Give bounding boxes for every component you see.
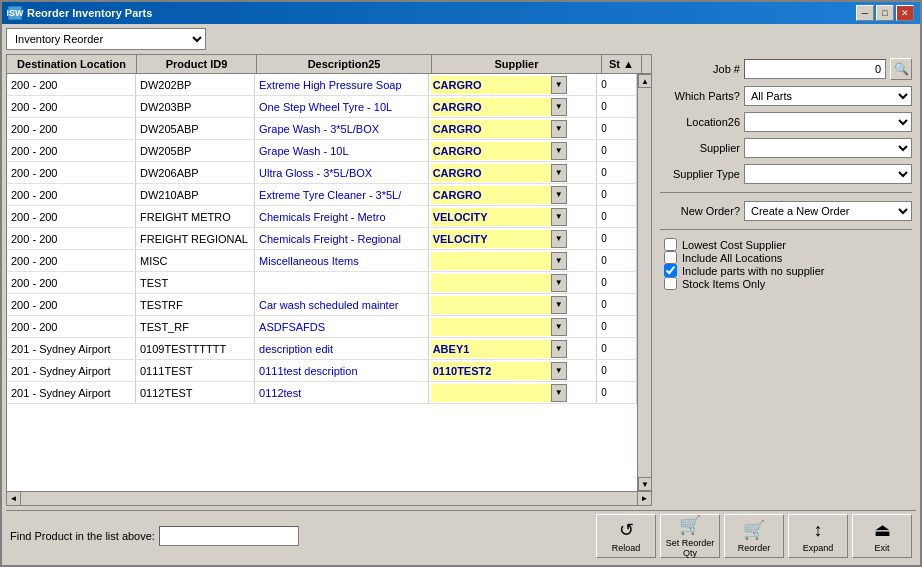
cell-supp[interactable]: ▼ — [429, 316, 598, 337]
supplier-dropdown-btn[interactable]: ▼ — [551, 142, 567, 160]
location-label: Location26 — [660, 116, 740, 128]
cell-desc: Extreme High Pressure Soap — [255, 74, 429, 95]
checkbox-row: Lowest Cost Supplier — [660, 238, 912, 251]
cell-desc — [255, 272, 429, 293]
cell-st: 0 — [597, 118, 637, 139]
checkbox-cb1[interactable] — [664, 238, 677, 251]
vertical-scrollbar[interactable]: ▲ ▼ — [637, 74, 651, 491]
table-row: 201 - Sydney Airport0109TESTTTTTTdescrip… — [7, 338, 637, 360]
supplier-input[interactable] — [431, 164, 551, 182]
supplier-dropdown-btn[interactable]: ▼ — [551, 230, 567, 248]
checkbox-label-cb2: Include All Locations — [682, 252, 782, 264]
supplier-dropdown-btn[interactable]: ▼ — [551, 164, 567, 182]
inventory-type-dropdown[interactable]: Inventory Reorder — [6, 28, 206, 50]
table-row: 200 - 200DW206ABPUltra Gloss - 3*5L/BOX▼… — [7, 162, 637, 184]
expand-label: Expand — [803, 543, 834, 553]
job-field-row: Job # 🔍 — [660, 58, 912, 80]
expand-button[interactable]: ↕ Expand — [788, 514, 848, 558]
close-button[interactable]: ✕ — [896, 5, 914, 21]
supplier-input[interactable] — [431, 76, 551, 94]
supplier-dropdown-btn[interactable]: ▼ — [551, 208, 567, 226]
supplier-dropdown[interactable] — [744, 138, 912, 158]
cell-desc: ASDFSAFDS — [255, 316, 429, 337]
cell-supp[interactable]: ▼ — [429, 228, 598, 249]
horizontal-scrollbar[interactable]: ◄ ► — [7, 491, 651, 505]
set-reorder-label: Set Reorder Qty — [661, 538, 719, 558]
window-content: Inventory Reorder Destination Location P… — [2, 24, 920, 565]
supplier-dropdown-btn[interactable]: ▼ — [551, 76, 567, 94]
scroll-left-arrow[interactable]: ◄ — [7, 492, 21, 505]
cell-supp[interactable]: ▼ — [429, 162, 598, 183]
supplier-input[interactable] — [431, 230, 551, 248]
supplier-dropdown-btn[interactable]: ▼ — [551, 274, 567, 292]
cell-desc: Miscellaneous Items — [255, 250, 429, 271]
divider2 — [660, 229, 912, 230]
cell-supp[interactable]: ▼ — [429, 294, 598, 315]
which-parts-dropdown[interactable]: All Parts Low Stock Out of Stock — [744, 86, 912, 106]
location-dropdown[interactable] — [744, 112, 912, 132]
cell-st: 0 — [597, 316, 637, 337]
supplier-dropdown-btn[interactable]: ▼ — [551, 98, 567, 116]
cell-supp[interactable]: ▼ — [429, 360, 598, 381]
app-icon: ISW — [8, 6, 22, 20]
find-input[interactable] — [159, 526, 299, 546]
checkbox-cb2[interactable] — [664, 251, 677, 264]
table-panel: Destination Location Product ID9 Descrip… — [6, 54, 652, 506]
cell-supp[interactable]: ▼ — [429, 250, 598, 271]
reload-icon: ↺ — [619, 519, 634, 541]
which-parts-row: Which Parts? All Parts Low Stock Out of … — [660, 86, 912, 106]
supplier-dropdown-btn[interactable]: ▼ — [551, 120, 567, 138]
set-reorder-icon: 🛒 — [679, 514, 701, 536]
cell-prod: TEST_RF — [136, 316, 255, 337]
cell-desc: 0112test — [255, 382, 429, 403]
cell-supp[interactable]: ▼ — [429, 118, 598, 139]
supplier-input[interactable] — [431, 208, 551, 226]
table-row: 200 - 200TESTRFCar wash scheduled mainte… — [7, 294, 637, 316]
reorder-button[interactable]: 🛒 Reorder — [724, 514, 784, 558]
supplier-dropdown-btn[interactable]: ▼ — [551, 384, 567, 402]
cell-supp[interactable]: ▼ — [429, 338, 598, 359]
supplier-dropdown-btn[interactable]: ▼ — [551, 340, 567, 358]
supplier-input[interactable] — [431, 120, 551, 138]
cell-supp[interactable]: ▼ — [429, 382, 598, 403]
maximize-button[interactable]: □ — [876, 5, 894, 21]
set-reorder-qty-button[interactable]: 🛒 Set Reorder Qty — [660, 514, 720, 558]
checkbox-cb3[interactable] — [664, 264, 677, 277]
cell-supp[interactable]: ▼ — [429, 272, 598, 293]
supplier-input[interactable] — [431, 186, 551, 204]
minimize-button[interactable]: ─ — [856, 5, 874, 21]
table-row: 200 - 200TEST_RFASDFSAFDS▼0 — [7, 316, 637, 338]
supplier-type-dropdown[interactable] — [744, 164, 912, 184]
which-parts-label: Which Parts? — [660, 90, 740, 102]
cell-prod: DW205BP — [136, 140, 255, 161]
supplier-dropdown-btn[interactable]: ▼ — [551, 186, 567, 204]
supplier-input[interactable] — [431, 98, 551, 116]
reload-button[interactable]: ↺ Reload — [596, 514, 656, 558]
checkbox-label-cb4: Stock Items Only — [682, 278, 765, 290]
supplier-input[interactable] — [431, 142, 551, 160]
supplier-dropdown-btn[interactable]: ▼ — [551, 296, 567, 314]
supplier-input[interactable] — [431, 340, 551, 358]
cell-supp[interactable]: ▼ — [429, 184, 598, 205]
supplier-dropdown-btn[interactable]: ▼ — [551, 252, 567, 270]
exit-button[interactable]: ⏏ Exit — [852, 514, 912, 558]
supplier-input[interactable] — [431, 362, 551, 380]
scroll-right-arrow[interactable]: ► — [637, 492, 651, 505]
cell-dest: 200 - 200 — [7, 184, 136, 205]
cell-supp[interactable]: ▼ — [429, 140, 598, 161]
checkbox-cb4[interactable] — [664, 277, 677, 290]
job-input[interactable] — [744, 59, 886, 79]
new-order-dropdown[interactable]: Create a New Order Add to Existing Order — [744, 201, 912, 221]
job-search-button[interactable]: 🔍 — [890, 58, 912, 80]
cell-supp[interactable]: ▼ — [429, 206, 598, 227]
scroll-down-arrow[interactable]: ▼ — [638, 477, 651, 491]
supplier-dropdown-btn[interactable]: ▼ — [551, 362, 567, 380]
cell-supp[interactable]: ▼ — [429, 96, 598, 117]
scroll-up-arrow[interactable]: ▲ — [638, 74, 651, 88]
cell-supp[interactable]: ▼ — [429, 74, 598, 95]
supplier-dropdown-btn[interactable]: ▼ — [551, 318, 567, 336]
table-row: 200 - 200DW205BPGrape Wash - 10L▼0 — [7, 140, 637, 162]
cell-desc: One Step Wheel Tyre - 10L — [255, 96, 429, 117]
scroll-track-h[interactable] — [21, 492, 637, 505]
cell-dest: 200 - 200 — [7, 74, 136, 95]
